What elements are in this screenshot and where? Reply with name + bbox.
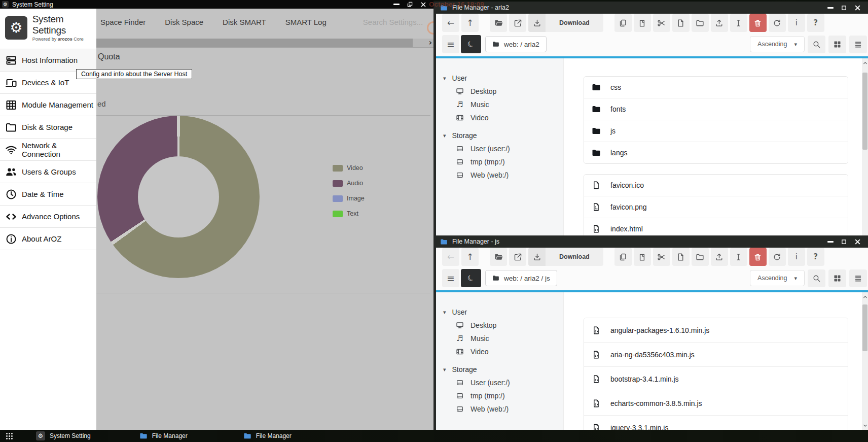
file-row[interactable]: favicon.png	[584, 196, 848, 218]
dark-mode-button[interactable]: ☾	[461, 35, 481, 53]
open-in-new-button[interactable]	[509, 248, 526, 266]
sidebar-item-users-groups[interactable]: Users & Groups	[0, 160, 96, 183]
back-button[interactable]: ←	[442, 248, 459, 266]
file-row[interactable]: echarts-common-3.8.5.min.js	[584, 391, 848, 415]
tree-item-video[interactable]: Video	[443, 111, 563, 124]
tree-item-music[interactable]: ♬Music	[443, 332, 563, 345]
sidebar-item-about-aroz[interactable]: About ArOZ	[0, 227, 96, 250]
tree-item-desktop[interactable]: Desktop	[443, 319, 563, 332]
rename-button[interactable]	[730, 248, 747, 266]
scroll-down-icon[interactable]	[862, 422, 868, 429]
help-button[interactable]: ?	[807, 248, 824, 266]
tree-item-desktop[interactable]: Desktop	[443, 85, 563, 98]
legend-item-audio[interactable]: Audio	[333, 180, 365, 187]
tab-smart-log[interactable]: SMART Log	[285, 18, 327, 26]
tab-disk-space[interactable]: Disk Space	[165, 18, 203, 26]
scrollbar[interactable]	[862, 58, 868, 236]
taskbar-item-file-manager[interactable]: File Manager	[243, 432, 292, 440]
tree-item-user-user-[interactable]: User (user:/)	[443, 376, 563, 389]
new-file-button[interactable]	[672, 14, 690, 32]
close-icon[interactable]	[420, 2, 426, 8]
file-row[interactable]: bootstrap-3.4.1.min.js	[584, 366, 848, 391]
scrollbar-thumb[interactable]	[862, 304, 867, 351]
maximize-button[interactable]	[841, 239, 847, 245]
settings-search-input[interactable]: Search Settings...	[363, 18, 423, 26]
download-button[interactable]: Download	[528, 248, 603, 266]
tree-item-web-web-[interactable]: Web (web:/)	[443, 402, 563, 416]
upload-button[interactable]	[711, 248, 728, 266]
open-in-new-button[interactable]	[509, 14, 526, 32]
minimize-button[interactable]	[393, 4, 400, 5]
scroll-up-icon[interactable]	[862, 59, 868, 66]
close-icon[interactable]	[854, 239, 861, 245]
legend-item-text[interactable]: Text	[333, 210, 365, 217]
taskbar-item-system-setting[interactable]: ⚙System Setting	[36, 431, 91, 440]
help-button[interactable]: ?	[807, 14, 824, 32]
paste-button[interactable]	[634, 248, 651, 266]
tab-space-finder[interactable]: Space Finder	[100, 18, 146, 26]
tree-item-tmp-tmp-[interactable]: tmp (tmp:/)	[443, 155, 563, 168]
back-button[interactable]: ←	[442, 14, 459, 32]
copy-button[interactable]	[614, 14, 632, 32]
download-button[interactable]: Download	[528, 14, 603, 32]
upload-button[interactable]	[711, 14, 728, 32]
file-row[interactable]: angular-packages-1.6.10.min.js	[584, 318, 848, 342]
tab-scroll-right-icon[interactable]: ›	[429, 38, 432, 47]
legend-item-video[interactable]: Video	[333, 164, 365, 172]
sidebar-item-date-time[interactable]: Date & Time	[0, 183, 96, 205]
tree-item-web-web-[interactable]: Web (web:/)	[443, 168, 563, 182]
up-button[interactable]: ↑	[461, 14, 479, 32]
open-folder-button[interactable]	[490, 14, 507, 32]
tab-scrollbar[interactable]: ›	[96, 39, 433, 48]
menu-button[interactable]: ≡	[442, 35, 459, 53]
scroll-up-icon[interactable]	[862, 293, 868, 300]
breadcrumb[interactable]: web: / aria2	[485, 36, 547, 52]
tree-item-tmp-tmp-[interactable]: tmp (tmp:/)	[443, 389, 563, 402]
sort-dropdown[interactable]: Ascending▾	[750, 36, 805, 52]
sort-dropdown[interactable]: Ascending▾	[750, 270, 805, 286]
tree-section-storage[interactable]: ▾Storage	[443, 129, 563, 142]
up-button[interactable]: ↑	[461, 248, 479, 266]
tree-item-video[interactable]: Video	[443, 345, 563, 358]
minimize-button[interactable]	[827, 7, 834, 9]
sidebar-item-network-connection[interactable]: Network & Connection	[0, 138, 96, 160]
scrollbar[interactable]	[862, 292, 868, 430]
file-row[interactable]: css	[584, 77, 848, 98]
file-row[interactable]: jquery-3.3.1.min.js	[584, 415, 848, 430]
file-row[interactable]: aria-ng-da5356c403.min.js	[584, 342, 848, 366]
maximize-button[interactable]	[841, 5, 847, 11]
sidebar-item-disk-storage[interactable]: Disk & Storage	[0, 116, 96, 138]
new-folder-button[interactable]	[692, 248, 709, 266]
rename-button[interactable]	[730, 14, 747, 32]
tree-section-user[interactable]: ▾User	[443, 72, 563, 85]
tree-section-storage[interactable]: ▾Storage	[443, 363, 563, 376]
menu-button[interactable]: ≡	[442, 269, 459, 287]
close-icon[interactable]	[854, 5, 861, 11]
sidebar-item-host-information[interactable]: Host Information	[0, 49, 96, 71]
fm-titlebar[interactable]: File Manager - js	[436, 235, 868, 248]
file-row[interactable]: js	[584, 120, 848, 142]
sidebar-item-advance-options[interactable]: Advance Options	[0, 205, 96, 227]
info-button[interactable]: i	[788, 14, 805, 32]
minimize-button[interactable]	[827, 241, 834, 243]
list-view-button[interactable]	[849, 36, 867, 53]
legend-item-image[interactable]: Image	[333, 195, 365, 202]
tree-section-user[interactable]: ▾User	[443, 305, 563, 319]
tree-item-music[interactable]: ♬Music	[443, 98, 563, 111]
tree-item-user-user-[interactable]: User (user:/)	[443, 142, 563, 155]
file-row[interactable]: langs	[584, 142, 848, 163]
search-button[interactable]	[808, 36, 825, 53]
list-view-button[interactable]	[849, 269, 867, 287]
paste-button[interactable]	[634, 14, 651, 32]
grid-view-button[interactable]	[828, 36, 846, 53]
dark-mode-button[interactable]: ☾	[461, 269, 481, 287]
tab-scrollbar-thumb[interactable]	[96, 39, 413, 47]
refresh-button[interactable]	[769, 248, 786, 266]
info-button[interactable]: i	[788, 248, 805, 266]
scrollbar-thumb[interactable]	[862, 73, 867, 150]
delete-button[interactable]	[749, 14, 767, 32]
open-folder-button[interactable]	[490, 248, 507, 266]
taskbar-item-file-manager[interactable]: File Manager	[139, 432, 188, 440]
search-button[interactable]	[808, 269, 825, 287]
tab-disk-smart[interactable]: Disk SMART	[223, 18, 266, 26]
